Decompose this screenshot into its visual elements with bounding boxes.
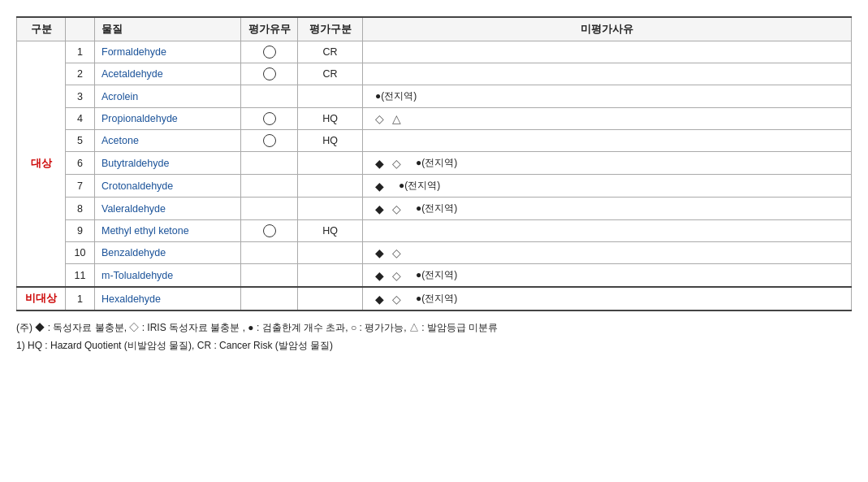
eval-presence: [241, 220, 298, 242]
material-name: Valeraldehyde: [95, 198, 241, 220]
table-row: 7Crotonaldehyde◆●(전지역): [17, 175, 852, 198]
material-name: Methyl ethyl ketone: [95, 220, 241, 242]
eval-presence: [241, 63, 298, 85]
row-number: 2: [66, 63, 95, 85]
reason-cell: [363, 41, 852, 63]
gubun-daesang: 대상: [17, 41, 66, 288]
eval-presence: [241, 242, 298, 264]
row-number: 5: [66, 130, 95, 152]
reason-cell: ◆◇●(전지역): [363, 287, 852, 310]
reason-cell: [363, 130, 852, 152]
row-number: 6: [66, 152, 95, 175]
evaluation-table: 구분 물질 평가유무 평가구분 미평가사유 대상1FormaldehydeCR2…: [16, 16, 852, 311]
gubun-bidae: 비대상: [17, 287, 66, 310]
reason-cell: ◆◇: [363, 242, 852, 264]
row-number: 10: [66, 242, 95, 264]
material-name: Benzaldehyde: [95, 242, 241, 264]
table-row: 10Benzaldehyde◆◇: [17, 242, 852, 264]
eval-type: [298, 152, 363, 175]
eval-presence: [241, 198, 298, 220]
note-line2: 1) HQ : Hazard Quotient (비발암성 물질), CR : …: [16, 337, 852, 355]
eval-presence: [241, 41, 298, 63]
eval-presence: [241, 108, 298, 130]
eval-type: [298, 287, 363, 310]
material-name: Propionaldehyde: [95, 108, 241, 130]
material-name: Crotonaldehyde: [95, 175, 241, 198]
row-number: 11: [66, 264, 95, 288]
table-row: 비대상1Hexaldehyde◆◇●(전지역): [17, 287, 852, 310]
table-row: 9Methyl ethyl ketoneHQ: [17, 220, 852, 242]
eval-type: CR: [298, 63, 363, 85]
reason-cell: [363, 63, 852, 85]
eval-type: [298, 264, 363, 288]
reason-cell: ◆◇●(전지역): [363, 264, 852, 288]
main-table-container: 구분 물질 평가유무 평가구분 미평가사유 대상1FormaldehydeCR2…: [16, 16, 852, 354]
eval-type: CR: [298, 41, 363, 63]
eval-type: HQ: [298, 108, 363, 130]
material-name: Acetone: [95, 130, 241, 152]
table-row: 11m-Tolualdehyde◆◇●(전지역): [17, 264, 852, 288]
header-material: 물질: [95, 17, 241, 41]
row-number: 1: [66, 287, 95, 310]
table-row: 3Acrolein●(전지역): [17, 85, 852, 108]
reason-cell: ◆◇●(전지역): [363, 198, 852, 220]
table-row: 대상1FormaldehydeCR: [17, 41, 852, 63]
row-number: 1: [66, 41, 95, 63]
header-eval-presence: 평가유무: [241, 17, 298, 41]
reason-cell: ◆●(전지역): [363, 175, 852, 198]
eval-type: [298, 242, 363, 264]
row-number: 3: [66, 85, 95, 108]
eval-presence: [241, 264, 298, 288]
row-number: 4: [66, 108, 95, 130]
eval-presence: [241, 152, 298, 175]
table-row: 2AcetaldehydeCR: [17, 63, 852, 85]
table-row: 8Valeraldehyde◆◇●(전지역): [17, 198, 852, 220]
eval-presence: [241, 175, 298, 198]
eval-presence: [241, 130, 298, 152]
row-number: 9: [66, 220, 95, 242]
header-num: [66, 17, 95, 41]
reason-cell: ◆◇●(전지역): [363, 152, 852, 175]
material-name: Butytraldehyde: [95, 152, 241, 175]
table-row: 6Butytraldehyde◆◇●(전지역): [17, 152, 852, 175]
header-reason: 미평가사유: [363, 17, 852, 41]
material-name: Acetaldehyde: [95, 63, 241, 85]
eval-presence: [241, 287, 298, 310]
reason-cell: ◇△: [363, 108, 852, 130]
material-name: Acrolein: [95, 85, 241, 108]
notes-container: (주) ◆ : 독성자료 불충분, ◇ : IRIS 독성자료 불충분 , ● …: [16, 319, 852, 354]
material-name: Formaldehyde: [95, 41, 241, 63]
row-number: 8: [66, 198, 95, 220]
table-row: 4PropionaldehydeHQ◇△: [17, 108, 852, 130]
reason-cell: ●(전지역): [363, 85, 852, 108]
note-line1: (주) ◆ : 독성자료 불충분, ◇ : IRIS 독성자료 불충분 , ● …: [16, 319, 852, 337]
header-eval-type: 평가구분: [298, 17, 363, 41]
eval-type: HQ: [298, 130, 363, 152]
material-name: m-Tolualdehyde: [95, 264, 241, 288]
eval-type: [298, 198, 363, 220]
header-gubun: 구분: [17, 17, 66, 41]
material-name: Hexaldehyde: [95, 287, 241, 310]
eval-type: HQ: [298, 220, 363, 242]
eval-type: [298, 175, 363, 198]
eval-presence: [241, 85, 298, 108]
reason-cell: [363, 220, 852, 242]
eval-type: [298, 85, 363, 108]
row-number: 7: [66, 175, 95, 198]
table-row: 5AcetoneHQ: [17, 130, 852, 152]
